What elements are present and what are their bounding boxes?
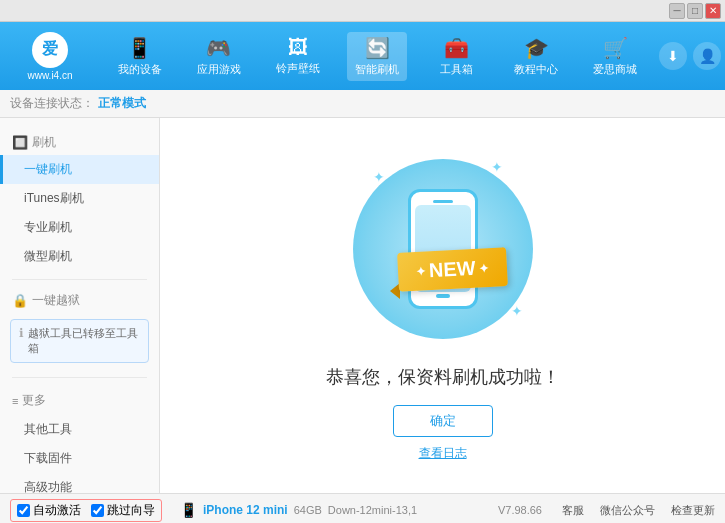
- auto-activate-input[interactable]: [17, 504, 30, 517]
- more-section-title: ≡ 更多: [0, 386, 159, 415]
- jailbreak-section: 🔒 一键越狱 ℹ 越狱工具已转移至工具箱: [0, 284, 159, 373]
- mall-label: 爱思商城: [593, 62, 637, 77]
- confirm-button[interactable]: 确定: [393, 405, 493, 437]
- smart-flash-label: 智能刷机: [355, 62, 399, 77]
- jailbreak-section-label: 一键越狱: [32, 292, 80, 309]
- skip-wizard-label: 跳过向导: [107, 502, 155, 519]
- my-device-icon: 📱: [127, 36, 152, 60]
- jailbreak-section-title: 🔒 一键越狱: [0, 288, 159, 313]
- device-model: Down-12mini-13,1: [328, 504, 417, 516]
- sparkle-2: ✦: [491, 159, 503, 175]
- auto-activate-label: 自动激活: [33, 502, 81, 519]
- lock-icon: 🔒: [12, 293, 28, 308]
- new-badge: NEW: [397, 247, 508, 292]
- phone-home-btn: [436, 294, 450, 298]
- main-layout: 🔲 刷机 一键刷机 iTunes刷机 专业刷机 微型刷机 🔒 一键越狱 ℹ 越狱…: [0, 118, 725, 493]
- sparkle-1: ✦: [373, 169, 385, 185]
- logo-area[interactable]: 爱 www.i4.cn: [0, 22, 100, 90]
- sidebar-item-pro-flash[interactable]: 专业刷机: [0, 213, 159, 242]
- logo-icon: 爱: [32, 32, 68, 68]
- support-link[interactable]: 客服: [562, 503, 584, 518]
- tutorial-icon: 🎓: [524, 36, 549, 60]
- device-icon: 📱: [180, 502, 197, 518]
- phone-speaker: [433, 200, 453, 203]
- success-title: 恭喜您，保资料刷机成功啦！: [326, 365, 560, 389]
- apps-icon: 🎮: [206, 36, 231, 60]
- tutorial-label: 教程中心: [514, 62, 558, 77]
- sidebar-item-micro-flash[interactable]: 微型刷机: [0, 242, 159, 271]
- nav-wallpaper[interactable]: 🖼 铃声壁纸: [268, 32, 328, 80]
- minimize-button[interactable]: ─: [669, 3, 685, 19]
- update-link[interactable]: 检查更新: [671, 503, 715, 518]
- flash-section-title: 🔲 刷机: [0, 130, 159, 155]
- nav-toolbox[interactable]: 🧰 工具箱: [427, 32, 487, 81]
- jailbreak-info-text: 越狱工具已转移至工具箱: [28, 326, 140, 356]
- my-device-label: 我的设备: [118, 62, 162, 77]
- info-icon: ℹ: [19, 326, 24, 340]
- sidebar-item-download-firmware[interactable]: 下载固件: [0, 444, 159, 473]
- download-button[interactable]: ⬇: [659, 42, 687, 70]
- logo-text: www.i4.cn: [27, 70, 72, 81]
- user-button[interactable]: 👤: [693, 42, 721, 70]
- titlebar: ─ □ ✕: [0, 0, 725, 22]
- checkbox-group: 自动激活 跳过向导: [10, 499, 162, 522]
- bottom-links: 客服 微信公众号 检查更新: [562, 503, 715, 518]
- device-info: 📱 iPhone 12 mini 64GB Down-12mini-13,1: [180, 502, 490, 518]
- status-label: 设备连接状态：: [10, 95, 94, 112]
- sidebar-divider-2: [12, 377, 147, 378]
- nav-my-device[interactable]: 📱 我的设备: [110, 32, 170, 81]
- goto-log-link[interactable]: 查看日志: [419, 445, 467, 462]
- sparkle-3: ✦: [511, 303, 523, 319]
- main-content: ✦ ✦ ✦ NEW 恭喜您，保资料刷机成功啦！ 确定 查看日志: [160, 118, 725, 493]
- device-name: iPhone 12 mini: [203, 503, 288, 517]
- close-button[interactable]: ✕: [705, 3, 721, 19]
- more-icon: ≡: [12, 395, 18, 407]
- wechat-link[interactable]: 微信公众号: [600, 503, 655, 518]
- nav-mall[interactable]: 🛒 爱思商城: [585, 32, 645, 81]
- more-section-label: 更多: [22, 392, 46, 409]
- flash-section: 🔲 刷机 一键刷机 iTunes刷机 专业刷机 微型刷机: [0, 126, 159, 275]
- sidebar-item-one-key-flash[interactable]: 一键刷机: [0, 155, 159, 184]
- wallpaper-icon: 🖼: [288, 36, 308, 59]
- sidebar: 🔲 刷机 一键刷机 iTunes刷机 专业刷机 微型刷机 🔒 一键越狱 ℹ 越狱…: [0, 118, 160, 493]
- nav-apps-games[interactable]: 🎮 应用游戏: [189, 32, 249, 81]
- auto-activate-checkbox[interactable]: 自动激活: [17, 502, 81, 519]
- skip-wizard-input[interactable]: [91, 504, 104, 517]
- header-right: ⬇ 👤: [655, 42, 725, 70]
- flash-section-label: 刷机: [32, 134, 56, 151]
- status-bar: 设备连接状态： 正常模式: [0, 90, 725, 118]
- mall-icon: 🛒: [603, 36, 628, 60]
- device-storage: 64GB: [294, 504, 322, 516]
- maximize-button[interactable]: □: [687, 3, 703, 19]
- nav-tutorial[interactable]: 🎓 教程中心: [506, 32, 566, 81]
- nav-smart-flash[interactable]: 🔄 智能刷机: [347, 32, 407, 81]
- sidebar-item-other-tools[interactable]: 其他工具: [0, 415, 159, 444]
- sidebar-divider-1: [12, 279, 147, 280]
- hero-image: ✦ ✦ ✦ NEW: [343, 149, 543, 349]
- nav-bar: 📱 我的设备 🎮 应用游戏 🖼 铃声壁纸 🔄 智能刷机 🧰 工具箱 🎓 教程中心…: [100, 22, 655, 90]
- sidebar-item-itunes-flash[interactable]: iTunes刷机: [0, 184, 159, 213]
- jailbreak-info-box: ℹ 越狱工具已转移至工具箱: [10, 319, 149, 363]
- toolbox-label: 工具箱: [440, 62, 473, 77]
- flash-section-icon: 🔲: [12, 135, 28, 150]
- smart-flash-icon: 🔄: [365, 36, 390, 60]
- more-section: ≡ 更多 其他工具 下载固件 高级功能: [0, 382, 159, 493]
- bottom-bar: 自动激活 跳过向导 📱 iPhone 12 mini 64GB Down-12m…: [0, 493, 725, 523]
- phone-wrapper: NEW: [408, 189, 478, 309]
- skip-wizard-checkbox[interactable]: 跳过向导: [91, 502, 155, 519]
- toolbox-icon: 🧰: [444, 36, 469, 60]
- sidebar-item-advanced[interactable]: 高级功能: [0, 473, 159, 493]
- wallpaper-label: 铃声壁纸: [276, 61, 320, 76]
- apps-label: 应用游戏: [197, 62, 241, 77]
- header: 爱 www.i4.cn 📱 我的设备 🎮 应用游戏 🖼 铃声壁纸 🔄 智能刷机 …: [0, 22, 725, 90]
- status-value: 正常模式: [98, 95, 146, 112]
- version-text: V7.98.66: [498, 504, 542, 516]
